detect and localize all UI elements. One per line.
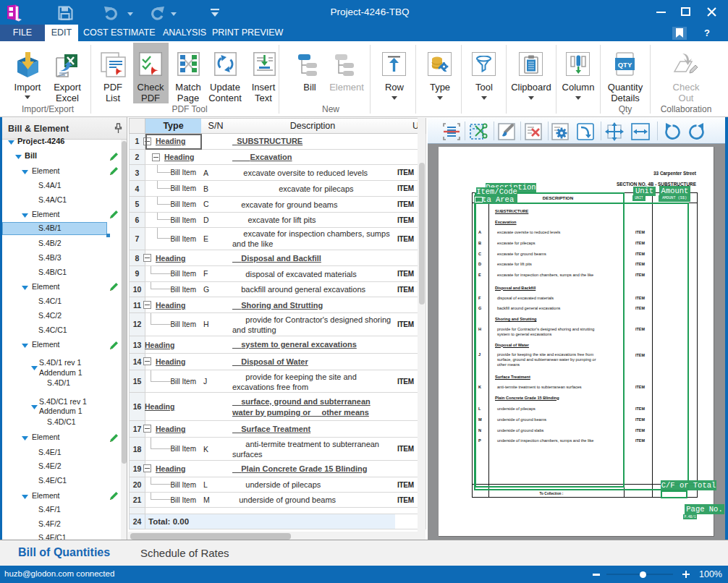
svg-text:QTY: QTY [618,61,632,69]
